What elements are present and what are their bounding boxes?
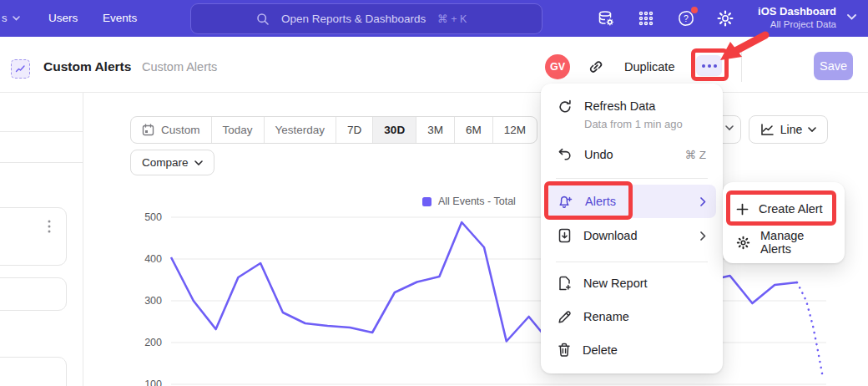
submenu-item-label: Manage Alerts: [760, 229, 831, 256]
range-custom[interactable]: Custom: [131, 117, 212, 143]
y-axis-tick: 500: [134, 211, 162, 223]
breadcrumb: Custom Alerts: [142, 60, 217, 74]
bell-plus-icon: [558, 194, 573, 209]
menu-item-sublabel: Data from 1 min ago: [584, 118, 683, 130]
search-shortcut: ⌘ + K: [437, 13, 467, 25]
y-axis-tick: 400: [134, 253, 162, 265]
legend-label: All Events - Total: [438, 196, 516, 207]
nav-item-users[interactable]: Users: [48, 12, 78, 24]
nav-item-truncated[interactable]: s: [2, 12, 20, 24]
sidebar-divider: [0, 131, 83, 132]
data-management-icon[interactable]: [596, 8, 616, 28]
search-icon: [256, 13, 270, 26]
menu-item-label: Undo: [584, 148, 674, 161]
y-axis-tick: 200: [134, 337, 162, 348]
header-divider: [741, 52, 742, 82]
range-12m[interactable]: 12M: [493, 117, 537, 143]
trash-icon: [558, 343, 571, 358]
download-icon: [558, 228, 572, 243]
report-header: Custom Alerts Custom Alerts GV Duplicate: [0, 37, 868, 93]
help-icon[interactable]: ?: [676, 8, 696, 28]
undo-icon: [558, 147, 573, 162]
alerts-submenu: Create Alert Manage Alerts: [723, 182, 845, 263]
search-input[interactable]: Open Reports & Dashboards ⌘ + K: [190, 3, 542, 34]
date-range-control: Custom Today Yesterday 7D 30D 3M 6M 12M: [130, 116, 537, 144]
chart-legend: All Events - Total: [422, 196, 516, 207]
sidebar-card[interactable]: [0, 277, 67, 311]
menu-divider: [556, 178, 708, 179]
menu-item-label: New Report: [583, 277, 648, 290]
top-nav: s Users Events Open Reports & Dashboards…: [0, 0, 868, 37]
menu-item-download[interactable]: Download: [548, 219, 716, 252]
menu-item-undo[interactable]: Undo ⌘ Z: [548, 138, 716, 171]
sidebar-card[interactable]: [0, 357, 67, 386]
apps-grid-icon[interactable]: [636, 8, 656, 28]
menu-item-label: Refresh Data: [584, 99, 655, 113]
submenu-item-label: Create Alert: [759, 202, 823, 216]
chevron-down-icon: [13, 16, 20, 21]
sidebar-card[interactable]: [0, 207, 67, 266]
calendar-icon: [142, 124, 154, 136]
menu-divider: [556, 262, 708, 262]
report-type-icon: [11, 59, 30, 79]
legend-swatch: [422, 197, 431, 206]
range-30d-selected[interactable]: 30D: [373, 117, 416, 143]
nav-item-events[interactable]: Events: [103, 12, 137, 24]
kebab-menu-icon[interactable]: [43, 218, 55, 235]
project-name: iOS Dashboard: [758, 5, 836, 18]
submenu-item-create-alert[interactable]: Create Alert: [729, 194, 839, 224]
range-3m[interactable]: 3M: [416, 117, 455, 143]
range-yesterday[interactable]: Yesterday: [265, 117, 337, 143]
range-7d[interactable]: 7D: [336, 117, 373, 143]
gear-icon: [736, 236, 750, 250]
menu-item-alerts[interactable]: Alerts: [548, 185, 716, 218]
menu-item-label: Rename: [583, 310, 629, 323]
left-sidebar: [0, 93, 83, 386]
chevron-down-icon: [725, 125, 734, 131]
menu-item-rename[interactable]: Rename: [548, 300, 716, 333]
sidebar-divider: [0, 162, 83, 163]
chart-type-button[interactable]: Line: [749, 115, 828, 144]
plus-icon: [736, 203, 749, 216]
settings-icon[interactable]: [715, 8, 735, 28]
notification-dot: [691, 7, 698, 13]
line-chart-icon: [760, 124, 775, 136]
menu-shortcut: ⌘ Z: [685, 148, 707, 161]
y-axis-tick: 300: [134, 295, 162, 307]
menu-item-new-report[interactable]: New Report: [548, 267, 716, 300]
chevron-right-icon: [700, 231, 706, 241]
avatar[interactable]: GV: [545, 54, 570, 79]
pencil-icon: [558, 310, 572, 324]
copy-link-icon[interactable]: [587, 58, 605, 76]
svg-text:?: ?: [684, 13, 689, 23]
menu-item-label: Delete: [583, 343, 618, 357]
project-selector[interactable]: iOS Dashboard All Project Data: [758, 5, 836, 31]
project-scope: All Project Data: [758, 18, 836, 30]
chevron-right-icon: [700, 197, 706, 206]
more-options-menu: Refresh Data Data from 1 min ago Undo ⌘ …: [541, 84, 723, 373]
new-report-icon: [558, 276, 572, 291]
submenu-item-manage-alerts[interactable]: Manage Alerts: [729, 227, 839, 257]
search-placeholder: Open Reports & Dashboards: [281, 13, 426, 25]
duplicate-button[interactable]: Duplicate: [624, 60, 674, 74]
chevron-down-icon[interactable]: [847, 14, 856, 20]
menu-item-label: Download: [583, 229, 689, 242]
range-today[interactable]: Today: [212, 117, 265, 143]
menu-item-refresh-data[interactable]: Refresh Data Data from 1 min ago: [548, 90, 716, 134]
page-title: Custom Alerts: [43, 59, 131, 74]
app-window: 500 400 300 200 100 All Events - Total s…: [0, 0, 868, 386]
more-options-button[interactable]: [696, 55, 722, 76]
refresh-icon: [558, 99, 573, 114]
chevron-down-icon: [808, 127, 816, 132]
y-axis-tick: 100: [134, 378, 162, 386]
chevron-down-icon: [194, 160, 203, 165]
compare-button[interactable]: Compare: [130, 150, 214, 175]
range-6m[interactable]: 6M: [455, 117, 493, 143]
menu-item-label: Alerts: [585, 195, 689, 208]
save-button[interactable]: Save: [814, 52, 853, 80]
menu-item-delete[interactable]: Delete: [548, 333, 716, 367]
